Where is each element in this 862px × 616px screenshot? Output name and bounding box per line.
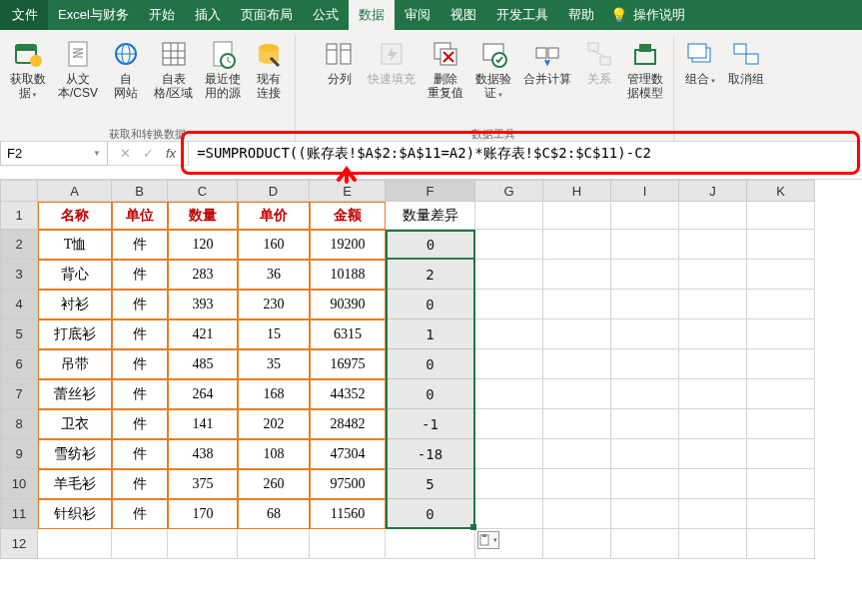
cell-d1[interactable]: 单价 (238, 202, 310, 230)
row-header-2[interactable]: 2 (0, 230, 38, 260)
cell-g10[interactable] (475, 469, 543, 499)
cell-k9[interactable] (747, 439, 815, 469)
cell-g3[interactable] (475, 260, 543, 290)
cell-g5[interactable] (475, 319, 543, 349)
cell-i4[interactable] (611, 290, 679, 319)
cell-g2[interactable] (475, 230, 543, 260)
cell-a8[interactable]: 卫衣 (38, 409, 112, 439)
cell-d2[interactable]: 160 (238, 230, 310, 260)
cell-h1[interactable] (543, 202, 611, 230)
row-header-4[interactable]: 4 (0, 290, 38, 319)
btn-manage-data-model[interactable]: 管理数据模型 (623, 36, 667, 126)
btn-from-table-range[interactable]: 自表格/区域 (150, 36, 197, 126)
cell-j12[interactable] (679, 529, 747, 559)
cell-b2[interactable]: 件 (112, 230, 168, 260)
cell-k1[interactable] (747, 202, 815, 230)
chevron-down-icon[interactable]: ▼ (93, 149, 101, 158)
cell-f10[interactable]: 5 (386, 469, 475, 499)
cell-c7[interactable]: 264 (168, 379, 238, 409)
cell-e5[interactable]: 6315 (310, 319, 386, 349)
cell-d5[interactable]: 15 (238, 319, 310, 349)
cell-j11[interactable] (679, 499, 747, 529)
tell-me[interactable]: 操作说明 (631, 0, 695, 30)
cell-e3[interactable]: 10188 (310, 260, 386, 290)
cell-i5[interactable] (611, 319, 679, 349)
menu-view[interactable]: 视图 (440, 0, 486, 30)
menu-home[interactable]: 开始 (139, 0, 185, 30)
cell-k12[interactable] (747, 529, 815, 559)
col-header-e[interactable]: E (310, 180, 386, 202)
cell-c10[interactable]: 375 (168, 469, 238, 499)
cell-k2[interactable] (747, 230, 815, 260)
cancel-icon[interactable]: ✕ (120, 146, 131, 161)
cell-k5[interactable] (747, 319, 815, 349)
cell-g4[interactable] (475, 290, 543, 319)
cell-j2[interactable] (679, 230, 747, 260)
cell-g11[interactable] (475, 499, 543, 529)
cell-f5[interactable]: 1 (386, 319, 475, 349)
cell-k6[interactable] (747, 349, 815, 379)
cell-k4[interactable] (747, 290, 815, 319)
cell-f3[interactable]: 2 (386, 260, 475, 290)
cell-j4[interactable] (679, 290, 747, 319)
col-header-h[interactable]: H (543, 180, 611, 202)
cell-c11[interactable]: 170 (168, 499, 238, 529)
cell-k7[interactable] (747, 379, 815, 409)
cell-i9[interactable] (611, 439, 679, 469)
cell-f11[interactable]: 0 (386, 499, 475, 529)
cell-c1[interactable]: 数量 (168, 202, 238, 230)
cell-d11[interactable]: 68 (238, 499, 310, 529)
cell-b7[interactable]: 件 (112, 379, 168, 409)
cell-e6[interactable]: 16975 (310, 349, 386, 379)
cell-f9[interactable]: -18 (386, 439, 475, 469)
enter-icon[interactable]: ✓ (143, 146, 154, 161)
menu-review[interactable]: 审阅 (395, 0, 440, 30)
col-header-d[interactable]: D (238, 180, 310, 202)
col-header-j[interactable]: J (679, 180, 747, 202)
row-header-5[interactable]: 5 (0, 319, 38, 349)
btn-recent-sources[interactable]: 最近使用的源 (201, 36, 245, 126)
cell-e10[interactable]: 97500 (310, 469, 386, 499)
cell-i7[interactable] (611, 379, 679, 409)
cell-k3[interactable] (747, 260, 815, 290)
cell-e12[interactable] (310, 529, 386, 559)
cell-a5[interactable]: 打底衫 (38, 319, 112, 349)
cell-c3[interactable]: 283 (168, 260, 238, 290)
cell-i12[interactable] (611, 529, 679, 559)
cell-j6[interactable] (679, 349, 747, 379)
cell-d8[interactable]: 202 (238, 409, 310, 439)
cell-c8[interactable]: 141 (168, 409, 238, 439)
cell-a12[interactable] (38, 529, 112, 559)
row-header-3[interactable]: 3 (0, 260, 38, 290)
cell-b11[interactable]: 件 (112, 499, 168, 529)
cell-i3[interactable] (611, 260, 679, 290)
cell-e4[interactable]: 90390 (310, 290, 386, 319)
row-header-6[interactable]: 6 (0, 349, 38, 379)
cell-f4[interactable]: 0 (386, 290, 475, 319)
cell-g9[interactable] (475, 439, 543, 469)
cell-h11[interactable] (543, 499, 611, 529)
cell-b6[interactable]: 件 (112, 349, 168, 379)
cell-a11[interactable]: 针织衫 (38, 499, 112, 529)
btn-from-text-csv[interactable]: 从文本/CSV (54, 36, 102, 126)
cell-f8[interactable]: -1 (386, 409, 475, 439)
cell-i2[interactable] (611, 230, 679, 260)
row-header-12[interactable]: 12 (0, 529, 38, 559)
cell-g6[interactable] (475, 349, 543, 379)
cell-j5[interactable] (679, 319, 747, 349)
col-header-c[interactable]: C (168, 180, 238, 202)
cell-i10[interactable] (611, 469, 679, 499)
cell-j1[interactable] (679, 202, 747, 230)
cell-d9[interactable]: 108 (238, 439, 310, 469)
cell-a2[interactable]: T恤 (38, 230, 112, 260)
cell-b4[interactable]: 件 (112, 290, 168, 319)
cell-e11[interactable]: 11560 (310, 499, 386, 529)
btn-from-web[interactable]: 自网站 (106, 36, 146, 126)
cell-j7[interactable] (679, 379, 747, 409)
cell-k11[interactable] (747, 499, 815, 529)
cell-e7[interactable]: 44352 (310, 379, 386, 409)
menu-excel-finance[interactable]: Excel与财务 (48, 0, 139, 30)
cell-a4[interactable]: 衬衫 (38, 290, 112, 319)
cell-d6[interactable]: 35 (238, 349, 310, 379)
cell-i6[interactable] (611, 349, 679, 379)
